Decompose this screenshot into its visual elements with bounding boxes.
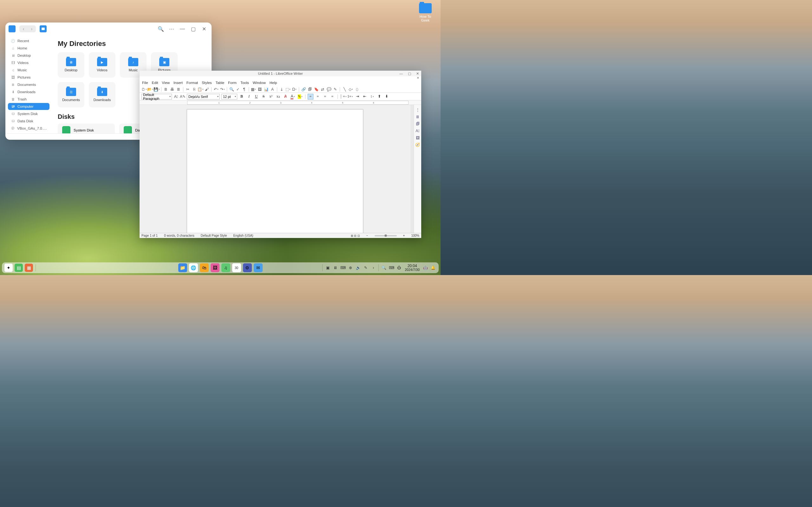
draw-icon[interactable]: ⬯ — [355, 87, 360, 92]
folder-downloads[interactable]: ⬇Downloads — [89, 82, 115, 107]
menu-help[interactable]: Help — [270, 81, 277, 84]
minimize-button[interactable]: — — [398, 72, 404, 76]
page-break-icon[interactable]: ⤓ — [279, 87, 284, 92]
back-button[interactable]: ‹ — [19, 25, 28, 32]
desktop-ai-icon[interactable]: 🤖 — [422, 265, 428, 271]
power-icon[interactable]: ⏻ — [396, 265, 402, 271]
more-menu-icon[interactable]: ⋯ — [167, 24, 176, 33]
align-justify-button[interactable]: ≡ — [329, 94, 335, 100]
cut-icon[interactable]: ✂ — [185, 87, 190, 92]
status-wordcount[interactable]: 0 words, 0 characters — [164, 234, 194, 237]
para-space-increase-icon[interactable]: ⬆ — [376, 94, 382, 100]
document-page[interactable] — [187, 109, 363, 233]
album-dock-icon[interactable]: 🖼 — [211, 263, 219, 272]
align-left-button[interactable]: ≡ — [308, 94, 313, 100]
properties-panel-icon[interactable]: 🗏 — [415, 114, 420, 119]
navigator-panel-icon[interactable]: 🧭 — [415, 142, 420, 147]
bullet-list-icon[interactable]: ⋮≡ — [340, 94, 346, 100]
number-list-icon[interactable]: 1≡ — [347, 94, 353, 100]
workspace-switcher[interactable]: ▦ — [25, 264, 33, 272]
status-zoom[interactable]: 100% — [411, 234, 419, 237]
formatting-marks-icon[interactable]: ¶ — [242, 87, 247, 92]
menu-tools[interactable]: Tools — [241, 81, 249, 84]
sidebar-item-music[interactable]: ♫Music — [8, 66, 49, 73]
close-button[interactable]: ✕ — [415, 72, 420, 76]
sidebar-menu-icon[interactable]: ⋮ — [415, 107, 420, 112]
line-icon[interactable]: ╲ — [342, 87, 347, 92]
para-space-decrease-icon[interactable]: ⬇ — [384, 94, 390, 100]
volume-icon[interactable]: 🔊 — [355, 265, 361, 271]
sidebar-item-documents[interactable]: 🗎Documents — [8, 81, 49, 88]
file-manager-dock-icon[interactable]: 📁 — [178, 263, 187, 272]
chart-icon[interactable]: 📊 — [264, 87, 269, 92]
page-panel-icon[interactable]: 🗐 — [415, 121, 420, 126]
sidebar-item-vbox-gas-7-0-[interactable]: ⦿VBox_GAs_7.0…. — [8, 125, 49, 132]
multitask-view[interactable]: ▤ — [14, 264, 23, 272]
line-spacing-icon[interactable]: ↕ — [369, 94, 375, 100]
new-style-icon[interactable]: A✎ — [180, 94, 185, 99]
align-right-button[interactable]: ≡ — [322, 94, 328, 100]
search-tray-icon[interactable]: 🔍 — [380, 265, 387, 271]
mail-dock-icon[interactable]: ✉ — [254, 263, 263, 272]
document-area[interactable] — [140, 105, 410, 233]
sidebar-item-computer[interactable]: 🖳Computer — [8, 103, 49, 110]
save-icon[interactable]: 💾 — [154, 87, 159, 92]
update-style-icon[interactable]: Aͣ — [173, 94, 179, 99]
menu-file[interactable]: File — [142, 81, 148, 84]
app-launcher[interactable]: ✦ — [4, 264, 13, 272]
font-color-icon[interactable]: A — [290, 94, 296, 100]
menu-styles[interactable]: Styles — [202, 81, 212, 84]
paste-icon[interactable]: 📋 — [198, 87, 203, 92]
app-store-dock-icon[interactable]: 🛍 — [200, 263, 209, 272]
folder-videos[interactable]: ▶Videos — [89, 52, 115, 78]
sidebar-item-videos[interactable]: 🎞Videos — [8, 59, 49, 66]
view-toggle[interactable] — [40, 25, 47, 32]
menu-insert[interactable]: Insert — [173, 81, 183, 84]
menu-edit[interactable]: Edit — [152, 81, 158, 84]
usb-icon[interactable]: ⊕ — [347, 265, 354, 271]
cross-ref-icon[interactable]: ⇄ — [320, 87, 325, 92]
print-icon[interactable]: 🖶 — [170, 87, 175, 92]
status-page[interactable]: Page 1 of 1 — [142, 234, 158, 237]
maximize-button[interactable]: ▢ — [407, 72, 412, 76]
folder-desktop[interactable]: 🖥Desktop — [58, 52, 84, 78]
sidebar-item-trash[interactable]: 🗑Trash — [8, 96, 49, 103]
disk-system-disk[interactable]: System Disk — [58, 124, 115, 133]
font-name-combo[interactable]: DejaVu Serif — [187, 94, 220, 100]
document-close-icon[interactable]: ✕ — [417, 76, 419, 79]
music-dock-icon[interactable]: ♫ — [221, 263, 230, 272]
indent-increase-icon[interactable]: ⇥ — [355, 94, 360, 100]
footnote-icon[interactable]: 🗐 — [307, 87, 312, 92]
superscript-button[interactable]: x² — [268, 94, 274, 100]
vertical-scrollbar[interactable] — [410, 105, 414, 233]
sidebar-item-pictures[interactable]: 🖼Pictures — [8, 74, 49, 81]
redo-icon[interactable]: ↷ — [220, 87, 225, 92]
menu-window[interactable]: Window — [253, 81, 266, 84]
subscript-button[interactable]: x₂ — [275, 94, 281, 100]
strike-button[interactable]: S — [261, 94, 266, 100]
expand-tray-icon[interactable]: › — [370, 265, 376, 271]
file-manager-titlebar[interactable]: ‹ › 🔍 ⋯ — ▢ ✕ — [5, 22, 212, 35]
undo-icon[interactable]: ↶ — [213, 87, 218, 92]
bookmark-icon[interactable]: 🔖 — [314, 87, 319, 92]
highlight-icon[interactable]: ✎ — [297, 94, 303, 100]
menu-view[interactable]: View — [162, 81, 170, 84]
underline-button[interactable]: U — [253, 94, 259, 100]
zoom-slider[interactable] — [374, 235, 397, 236]
status-pagestyle[interactable]: Default Page Style — [201, 234, 227, 237]
browser-dock-icon[interactable]: 🌐 — [189, 263, 198, 272]
settings-dock-icon[interactable]: ⚙ — [243, 263, 252, 272]
menu-format[interactable]: Format — [187, 81, 198, 84]
shapes-icon[interactable]: ◇ — [348, 87, 353, 92]
zoom-out-icon[interactable]: − — [366, 234, 368, 237]
textbox-icon[interactable]: A — [270, 87, 275, 92]
sidebar-item-downloads[interactable]: ⬇Downloads — [8, 89, 49, 95]
track-changes-icon[interactable]: ✎ — [333, 87, 338, 92]
horizontal-ruler[interactable]: 1 2 3 4 5 6 — [140, 101, 421, 105]
search-icon[interactable]: 🔍 — [156, 24, 165, 33]
sidebar-item-data-disk[interactable]: ⛁Data Disk — [8, 118, 49, 124]
sidebar-item-recent[interactable]: 🕘Recent — [8, 38, 49, 44]
field-icon[interactable]: ⬚ — [286, 87, 291, 92]
folder-documents[interactable]: ☰Documents — [58, 82, 84, 107]
hyperlink-icon[interactable]: 🔗 — [301, 87, 306, 92]
